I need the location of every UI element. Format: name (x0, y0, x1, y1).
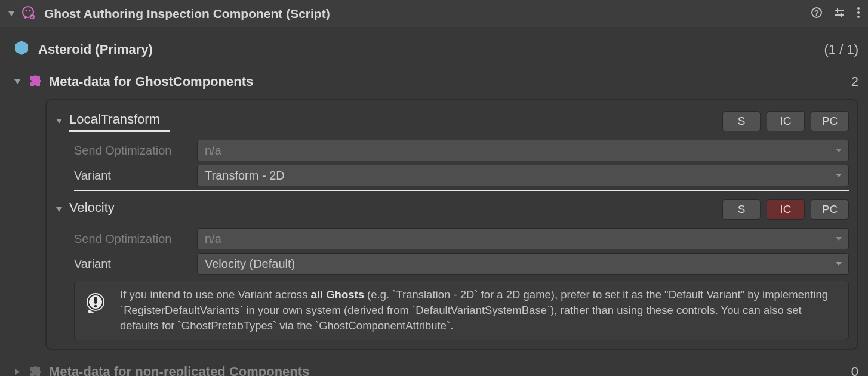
svg-text:?: ? (814, 8, 819, 17)
chevron-down-icon (835, 172, 842, 179)
hexagon-icon (13, 39, 30, 59)
preset-icon[interactable] (833, 7, 845, 21)
svg-rect-24 (94, 297, 97, 304)
header-actions: ? (811, 7, 861, 21)
svg-point-4 (30, 14, 35, 19)
svg-marker-15 (14, 79, 20, 84)
section-ghost-count: 2 (851, 74, 858, 90)
field-label: Send Optimization (74, 144, 197, 158)
svg-marker-16 (56, 119, 62, 124)
puzzle-icon (27, 72, 43, 91)
svg-point-13 (857, 16, 860, 18)
badge-ic[interactable]: IC (767, 111, 805, 131)
svg-point-25 (94, 305, 97, 307)
foldout-down-icon[interactable] (55, 117, 63, 125)
variant-dropdown[interactable]: Velocity (Default) (197, 253, 849, 275)
chevron-down-icon (835, 147, 842, 154)
svg-marker-14 (15, 41, 28, 55)
entity-row: Asteroid (Primary) (1 / 1) (10, 31, 858, 67)
puzzle-icon (27, 363, 43, 376)
foldout-right-icon (13, 368, 21, 376)
info-text: If you intend to use one Variant across … (120, 287, 839, 334)
chevron-down-icon (835, 260, 842, 267)
svg-marker-26 (15, 369, 20, 375)
ghost-panel: LocalTransform S IC PC Send Optimization… (45, 99, 858, 350)
help-icon[interactable]: ? (811, 7, 823, 21)
svg-marker-20 (836, 237, 842, 241)
entity-name: Asteroid (Primary) (38, 42, 824, 57)
field-send-optimization: Send Optimization n/a (74, 228, 849, 249)
foldout-down-icon[interactable] (55, 205, 63, 214)
component-velocity: Velocity S IC PC Send Optimization n/a V… (55, 197, 849, 275)
field-variant: Variant Velocity (Default) (74, 253, 849, 275)
field-label: Send Optimization (74, 232, 197, 246)
component-title: Ghost Authoring Inspection Component (Sc… (44, 7, 811, 21)
section-nonrep-header[interactable]: Meta-data for non-replicated Components … (10, 358, 858, 376)
section-nonrep-title: Meta-data for non-replicated Components (49, 364, 851, 376)
svg-marker-18 (836, 174, 842, 177)
foldout-down-icon (13, 78, 21, 86)
component-foldout-icon[interactable] (7, 10, 16, 18)
svg-point-11 (857, 7, 860, 10)
component-header: Ghost Authoring Inspection Component (Sc… (0, 0, 868, 27)
badge-pc[interactable]: PC (811, 111, 849, 131)
highlight-line (74, 190, 849, 191)
field-label: Variant (74, 169, 197, 183)
svg-marker-17 (836, 149, 842, 152)
svg-point-12 (857, 11, 860, 14)
info-box: If you intend to use one Variant across … (74, 281, 849, 340)
svg-marker-0 (8, 11, 14, 16)
field-variant: Variant Transform - 2D (74, 165, 849, 186)
svg-point-3 (29, 10, 31, 11)
section-ghost-header[interactable]: Meta-data for GhostComponents 2 (10, 67, 858, 95)
badge-pc[interactable]: PC (811, 199, 849, 220)
variant-dropdown[interactable]: Transform - 2D (197, 165, 849, 186)
field-label: Variant (74, 257, 197, 271)
component-name: LocalTransform (69, 112, 722, 131)
badge-ic[interactable]: IC (767, 199, 805, 220)
chevron-down-icon (835, 235, 842, 242)
svg-point-2 (26, 10, 27, 11)
entity-count: (1 / 1) (824, 42, 858, 57)
section-ghost-title: Meta-data for GhostComponents (49, 74, 851, 90)
svg-marker-19 (56, 207, 62, 212)
menu-icon[interactable] (856, 7, 861, 21)
component-name: Velocity (69, 200, 722, 219)
badge-s[interactable]: S (722, 199, 761, 220)
badge-group: S IC PC (722, 111, 849, 131)
component-localtransform: LocalTransform S IC PC Send Optimization… (55, 109, 849, 191)
info-icon (84, 287, 109, 319)
svg-marker-21 (836, 262, 842, 266)
badge-s[interactable]: S (722, 111, 761, 131)
field-send-optimization: Send Optimization n/a (74, 140, 849, 161)
badge-group: S IC PC (722, 199, 849, 220)
send-opt-dropdown[interactable]: n/a (197, 228, 849, 249)
script-icon (20, 5, 36, 23)
send-opt-dropdown[interactable]: n/a (197, 140, 849, 161)
section-nonrep-count: 0 (851, 364, 858, 376)
